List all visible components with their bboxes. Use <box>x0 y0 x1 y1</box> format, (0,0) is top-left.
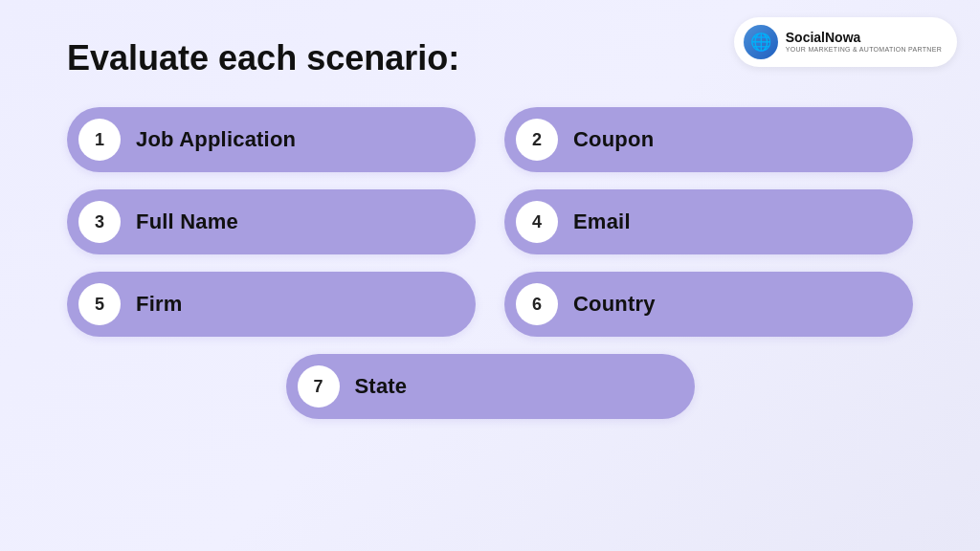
item-card-5[interactable]: 5 Firm <box>67 272 476 337</box>
logo-text: SocialNowa YOUR MARKETING & AUTOMATION P… <box>786 30 942 54</box>
item-card-2[interactable]: 2 Coupon <box>504 107 913 172</box>
item-badge-5: 5 <box>78 283 121 325</box>
item-label-1: Job Application <box>136 127 296 152</box>
item-badge-6: 6 <box>516 283 558 325</box>
bottom-row: 7 State <box>67 354 913 419</box>
item-card-1[interactable]: 1 Job Application <box>67 107 476 172</box>
item-card-7[interactable]: 7 State <box>286 354 695 419</box>
item-label-3: Full Name <box>136 209 238 234</box>
item-label-5: Firm <box>136 292 182 317</box>
item-card-4[interactable]: 4 Email <box>504 189 913 254</box>
item-badge-4: 4 <box>516 201 558 243</box>
item-badge-7: 7 <box>298 365 340 408</box>
item-label-7: State <box>355 374 408 399</box>
logo-container: 🌐 SocialNowa YOUR MARKETING & AUTOMATION… <box>734 17 957 67</box>
page-container: 🌐 SocialNowa YOUR MARKETING & AUTOMATION… <box>0 0 980 551</box>
item-label-2: Coupon <box>573 127 654 152</box>
item-label-6: Country <box>573 292 656 317</box>
item-card-3[interactable]: 3 Full Name <box>67 189 476 254</box>
item-badge-1: 1 <box>78 119 121 161</box>
logo-icon: 🌐 <box>744 25 778 59</box>
item-card-6[interactable]: 6 Country <box>504 272 913 337</box>
item-badge-2: 2 <box>516 119 558 161</box>
logo-tagline: YOUR MARKETING & AUTOMATION PARTNER <box>786 46 942 54</box>
item-badge-3: 3 <box>78 201 121 243</box>
items-grid: 1 Job Application 2 Coupon 3 Full Name 4… <box>67 107 913 337</box>
logo-name: SocialNowa <box>786 30 942 46</box>
item-label-4: Email <box>573 209 631 234</box>
